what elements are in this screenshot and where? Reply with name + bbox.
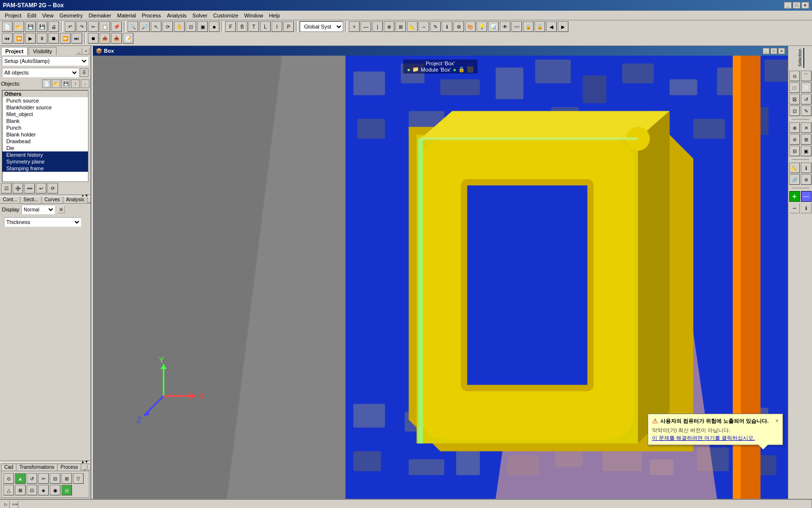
coordinate-system-dropdown[interactable]: Global Syst bbox=[300, 21, 343, 32]
cad-btn-7[interactable]: ▽ bbox=[73, 473, 84, 484]
tb-wire[interactable]: ▣ bbox=[197, 21, 208, 32]
tab-curves[interactable]: Curves bbox=[42, 196, 63, 203]
tab-transformations[interactable]: Transformations bbox=[16, 464, 58, 471]
menu-diemaker[interactable]: Diemaker bbox=[86, 12, 114, 19]
tab-analysis[interactable]: Analysis bbox=[63, 196, 87, 203]
rp-line-btn[interactable]: — bbox=[801, 191, 812, 202]
vp-minimize[interactable]: _ bbox=[763, 48, 769, 54]
tree-item-punch-source[interactable]: Punch source bbox=[2, 97, 88, 104]
tb-prop[interactable]: ⚙ bbox=[453, 21, 464, 32]
rp-clear[interactable]: ✕ bbox=[801, 122, 812, 133]
rp-brush-sel[interactable]: ✎ bbox=[801, 105, 812, 116]
menu-project[interactable]: Project bbox=[2, 12, 24, 19]
tb-save[interactable]: 💾 bbox=[25, 21, 36, 32]
cad-btn-9[interactable]: ⊠ bbox=[15, 485, 26, 495]
tb-back[interactable]: B bbox=[237, 21, 247, 32]
rp-info[interactable]: ℹ bbox=[801, 163, 812, 173]
cad-btn-2[interactable]: ▲ bbox=[15, 473, 26, 484]
tb-show[interactable]: 👓 bbox=[511, 21, 522, 32]
tb-meas[interactable]: 📐 bbox=[407, 21, 418, 32]
tb-rewind[interactable]: ⏮ bbox=[2, 33, 13, 44]
tb-fit[interactable]: ⊡ bbox=[186, 21, 196, 32]
menu-customize[interactable]: Customize bbox=[210, 12, 241, 19]
tb-left[interactable]: L bbox=[260, 21, 271, 32]
rp-select-node[interactable]: ⊙ bbox=[789, 71, 800, 81]
tb-lock[interactable]: 🔒 bbox=[523, 21, 534, 32]
list-icon[interactable]: ☰ bbox=[80, 68, 88, 77]
tb-zoom2[interactable]: 🔎 bbox=[139, 21, 150, 32]
all-objects-dropdown[interactable]: All objects bbox=[2, 68, 79, 77]
tb-redo[interactable]: ↷ bbox=[76, 21, 87, 32]
tree-item-punch[interactable]: Punch bbox=[2, 124, 88, 131]
tb-axis-x[interactable]: + bbox=[349, 21, 360, 32]
tb-import[interactable]: 📥 bbox=[111, 33, 122, 44]
tb-info[interactable]: ℹ bbox=[442, 21, 452, 32]
tree-item-stamping-frame[interactable]: Stamping frame bbox=[2, 165, 88, 172]
cad-btn-12[interactable]: ◉ bbox=[50, 485, 60, 495]
tb-unlock[interactable]: 🔓 bbox=[535, 21, 545, 32]
rp-add-btn[interactable]: + bbox=[789, 191, 800, 202]
tb-tree-up2[interactable]: ↩ bbox=[36, 183, 46, 194]
tb-hide[interactable]: 👁 bbox=[500, 21, 510, 32]
rp-invert[interactable]: ⊘ bbox=[789, 134, 800, 145]
menu-view[interactable]: View bbox=[39, 12, 57, 19]
tab-cad[interactable]: Cad bbox=[1, 464, 16, 471]
rp-measure[interactable]: 📐 bbox=[789, 163, 800, 173]
tb-iso[interactable]: I bbox=[272, 21, 282, 32]
tree-item-die[interactable]: Die bbox=[2, 145, 88, 151]
rp-filter[interactable]: ⊕ bbox=[789, 122, 800, 133]
tree-item-element-history[interactable]: Element history bbox=[2, 151, 88, 158]
vp-maximize[interactable]: □ bbox=[770, 48, 777, 54]
tb-new[interactable]: 📄 bbox=[2, 21, 13, 32]
tree-item-blank[interactable]: Blank bbox=[2, 118, 88, 124]
tb-play[interactable]: ▶ bbox=[25, 33, 36, 44]
rp-minus-btn[interactable]: − bbox=[789, 203, 800, 213]
menu-analysis[interactable]: Analysis bbox=[164, 12, 189, 19]
rp-window-sel[interactable]: ⊡ bbox=[789, 105, 800, 116]
tb-top[interactable]: T bbox=[248, 21, 259, 32]
tb-fforward[interactable]: ⏭ bbox=[72, 33, 82, 44]
cad-btn-8[interactable]: △ bbox=[3, 485, 14, 495]
tb-note[interactable]: ✎ bbox=[430, 21, 441, 32]
panel-close[interactable]: × bbox=[83, 48, 89, 55]
tree-item-blank-holder[interactable]: Blank holder bbox=[2, 131, 88, 138]
setup-dropdown[interactable]: Setup (AutoStamp) bbox=[2, 56, 88, 66]
obj-down[interactable]: ↓ bbox=[81, 79, 89, 88]
tb-stop[interactable]: ⏹ bbox=[48, 33, 59, 44]
tb-prev[interactable]: ◀ bbox=[546, 21, 557, 32]
rp-select-body[interactable]: ⬜ bbox=[801, 82, 812, 93]
rp-grow[interactable]: ▣ bbox=[801, 146, 812, 156]
cad-btn-3[interactable]: ↺ bbox=[27, 473, 37, 484]
obj-up[interactable]: ↑ bbox=[71, 79, 80, 88]
tree-item-fillet[interactable]: fillet_object bbox=[2, 111, 88, 118]
cad-btn-6[interactable]: ⊞ bbox=[61, 473, 72, 484]
rp-select-face[interactable]: □ bbox=[789, 82, 800, 93]
minimize-button[interactable]: _ bbox=[784, 2, 792, 9]
tb-shade[interactable]: ■ bbox=[209, 21, 219, 32]
vp-close[interactable]: × bbox=[778, 48, 785, 54]
tb-tree-remove[interactable]: ➖ bbox=[24, 183, 35, 194]
display-select[interactable]: Normal Wireframe Shaded bbox=[21, 205, 55, 214]
rp-select-edge[interactable]: ⌒ bbox=[801, 71, 812, 81]
notif-close-btn[interactable]: × bbox=[775, 418, 779, 424]
rp-info2-btn[interactable]: ℹ bbox=[801, 203, 812, 213]
tb-print[interactable]: 🖨 bbox=[48, 21, 59, 32]
rp-select-chain[interactable]: ⛓ bbox=[789, 94, 800, 105]
console-btn-2[interactable]: ⟹ bbox=[11, 501, 18, 508]
tb-pan[interactable]: ✋ bbox=[174, 21, 185, 32]
tree-item-drawbead[interactable]: Drawbead bbox=[2, 138, 88, 145]
display-settings-btn[interactable]: ⚙ bbox=[57, 206, 65, 213]
tb-front[interactable]: F bbox=[225, 21, 236, 32]
tb-axis-y[interactable]: — bbox=[361, 21, 371, 32]
menu-help[interactable]: Help bbox=[266, 12, 283, 19]
obj-new[interactable]: 📄 bbox=[42, 79, 51, 88]
tb-axis-z[interactable]: | bbox=[372, 21, 383, 32]
obj-save[interactable]: 💾 bbox=[61, 79, 70, 88]
tb-tree-add[interactable]: ➕ bbox=[13, 183, 23, 194]
menu-process[interactable]: Process bbox=[139, 12, 164, 19]
tb-undo[interactable]: ↶ bbox=[65, 21, 75, 32]
tb-light[interactable]: 💡 bbox=[477, 21, 487, 32]
tb-zoom[interactable]: 🔍 bbox=[128, 21, 138, 32]
tb-rec[interactable]: ⏺ bbox=[88, 33, 99, 44]
tb-step-back[interactable]: ⏪ bbox=[14, 33, 24, 44]
